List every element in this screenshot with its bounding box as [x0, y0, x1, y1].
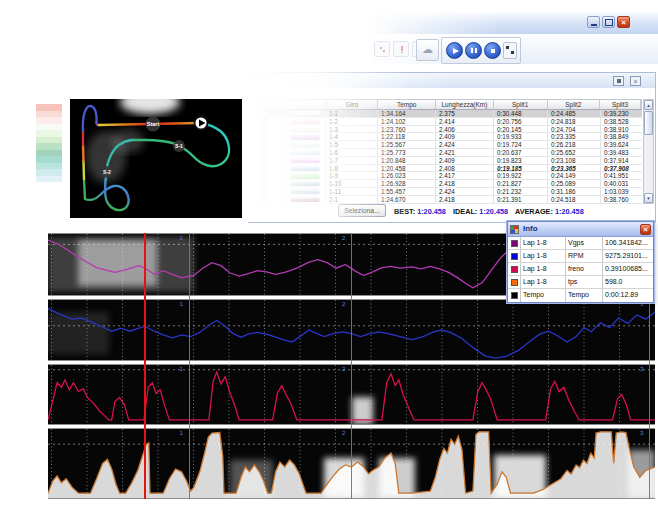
row-checkbox[interactable]: [262, 181, 268, 187]
lap-color-swatch: [290, 127, 320, 132]
info-panel-rows: Lap 1-8Vgps106.341842...Lap 1-8RPM9275.2…: [508, 237, 653, 302]
row-checkbox[interactable]: [262, 118, 268, 124]
track-map[interactable]: Start S-1 S-2: [70, 99, 242, 218]
seleziona-button[interactable]: Seleziona...: [338, 204, 386, 217]
row-checkbox[interactable]: [262, 196, 268, 202]
header-tempo[interactable]: Tempo: [378, 100, 436, 109]
scrollbar-thumb[interactable]: [644, 111, 653, 135]
info-row-RPM[interactable]: Lap 1-8RPM9275.29101...: [508, 250, 653, 263]
table-row-1-8[interactable]: 1-81:20.4582.4080:19.1850:23.3650:37.908: [256, 165, 642, 173]
info-value: 0.39100685...: [603, 263, 653, 275]
close-frame-icon[interactable]: ×: [630, 76, 641, 86]
info-channel: freno: [566, 263, 603, 275]
pause-button[interactable]: [465, 42, 482, 59]
best-value: 1:20.458: [417, 207, 446, 216]
table-row-1-10[interactable]: 1-101:26.9282.4180:21.8270:25.0890:40.03…: [256, 180, 642, 188]
header-split3[interactable]: Split3: [600, 100, 641, 109]
lap-table-header[interactable]: Giro Tempo Lunghezza(Km) Split1 Split2 S…: [256, 99, 642, 110]
header-lunghezza[interactable]: Lunghezza(Km): [436, 100, 494, 109]
lap-id: 2-1: [326, 196, 378, 203]
table-row-1-5[interactable]: 1-51:25.5672.4240:19.7240:26.2180:39.624: [256, 141, 642, 149]
average-value: 1:20.458: [555, 207, 584, 216]
stop-button[interactable]: [484, 42, 501, 59]
lap-color-swatch: [290, 166, 320, 171]
play-button[interactable]: [446, 42, 463, 59]
dots-icon: [379, 46, 386, 53]
info-channel: Tempo: [566, 289, 603, 302]
table-row-1-9[interactable]: 1-91:26.0232.4170:19.9220:24.1490:41.951: [256, 172, 642, 180]
row-checkbox[interactable]: [262, 134, 268, 140]
lap-split2: 0:24.818: [548, 118, 601, 125]
play-icon: [453, 48, 459, 54]
lap-split2: 0:25.089: [548, 180, 601, 187]
row-checkbox[interactable]: [262, 165, 268, 171]
lap-split3: 0:38.760: [601, 196, 642, 203]
info-value: 9275.29101...: [603, 250, 653, 262]
float-frame-icon[interactable]: [613, 76, 624, 86]
table-row-1-1[interactable]: 1-11:34.1642.3750:30.4480:24.4850:39.230: [256, 110, 642, 118]
info-close-button[interactable]: ×: [640, 224, 651, 235]
row-checkbox[interactable]: [262, 157, 268, 163]
info-panel-title-bar[interactable]: Info ×: [508, 222, 653, 237]
header-checkbox-col: [257, 100, 289, 109]
playback-cursor[interactable]: [144, 233, 146, 499]
channel-color-swatch: [511, 253, 518, 260]
info-row-tps[interactable]: Lap 1-8tps598.0: [508, 276, 653, 289]
lap-marker-label: 2: [342, 430, 345, 436]
window-title-bar[interactable]: ×: [352, 12, 658, 34]
table-row-1-4[interactable]: 1-41:22.1182.4090:19.9330:23.3350:38.849: [256, 133, 642, 141]
table-row-1-7[interactable]: 1-71:20.8482.4090:19.8230:23.1080:37.914: [256, 157, 642, 165]
lap-color-swatch: [290, 111, 320, 116]
row-checkbox[interactable]: [262, 188, 268, 194]
scroll-up-button[interactable]: ▲: [644, 100, 653, 110]
marker-button[interactable]: [503, 42, 517, 59]
row-checkbox[interactable]: [262, 173, 268, 179]
open-track-button[interactable]: ☁: [416, 39, 439, 61]
row-checkbox[interactable]: [262, 111, 268, 117]
maximize-button[interactable]: [602, 16, 615, 28]
info-panel-title: Info: [523, 224, 538, 233]
lap-id: 1-2: [326, 118, 378, 125]
lap-split2: 0:23.365: [548, 165, 601, 172]
lap-tempo: 1:20.458: [378, 165, 436, 172]
lap-split2: 0:25.652: [548, 149, 601, 156]
lap-split1: 0:30.448: [494, 110, 548, 117]
lap-id: 1-11: [326, 188, 378, 195]
marker-icon: [506, 46, 509, 49]
lap-marker-label: 3: [640, 366, 643, 372]
lap-id: 1-7: [326, 157, 378, 164]
lap-table-rows: 1-11:34.1642.3750:30.4480:24.4850:39.230…: [256, 110, 642, 204]
table-row-1-2[interactable]: 1-21:24.1022.4140:20.7560:24.8180:38.528: [256, 118, 642, 126]
lap-split3: 0:39.624: [601, 141, 642, 148]
lap-marker-label: 1: [180, 235, 183, 241]
row-checkbox[interactable]: [262, 149, 268, 155]
header-giro[interactable]: Giro: [327, 100, 379, 109]
info-row-Vgps[interactable]: Lap 1-8Vgps106.341842...: [508, 237, 653, 250]
table-scrollbar[interactable]: ▲ ▼: [643, 99, 654, 204]
table-row-1-6[interactable]: 1-61:25.7732.4210:20.6370:25.6520:39.483: [256, 149, 642, 157]
laps-frame-header[interactable]: ×: [248, 72, 656, 89]
frameheader-fade: [249, 73, 452, 88]
lap-split1: 0:20.637: [494, 149, 548, 156]
split1-marker-label: S-1: [175, 143, 183, 149]
lap-split2: 0:23.108: [548, 157, 601, 164]
info-row-freno[interactable]: Lap 1-8freno0.39100685...: [508, 263, 653, 276]
lap-split1: 0:19.922: [494, 172, 548, 179]
lap-length: 2.409: [436, 133, 494, 140]
table-row-1-11[interactable]: 1-111:55.4572.4240:21.2320:31.1861:03.03…: [256, 188, 642, 196]
toolbar-button-1[interactable]: [374, 41, 390, 57]
lap-split1: 0:19.724: [494, 141, 548, 148]
lap-length: 2.409: [436, 157, 494, 164]
close-button[interactable]: ×: [617, 16, 630, 28]
header-split2[interactable]: Split2: [548, 100, 601, 109]
lap-split1: 0:21.232: [494, 188, 548, 195]
minimize-button[interactable]: [587, 16, 600, 28]
table-row-2-1[interactable]: 2-11:24.6702.4180:21.3910:24.5180:38.760: [256, 196, 642, 204]
info-row-Tempo[interactable]: TempoTempo0:00:12.89: [508, 289, 653, 302]
toolbar-button-2[interactable]: [393, 41, 409, 57]
header-split1[interactable]: Split1: [494, 100, 548, 109]
row-checkbox[interactable]: [262, 126, 268, 132]
row-checkbox[interactable]: [262, 142, 268, 148]
table-row-1-3[interactable]: 1-31:23.7602.4060:20.1450:24.7040:38.910: [256, 126, 642, 134]
scroll-down-button[interactable]: ▼: [644, 193, 653, 203]
